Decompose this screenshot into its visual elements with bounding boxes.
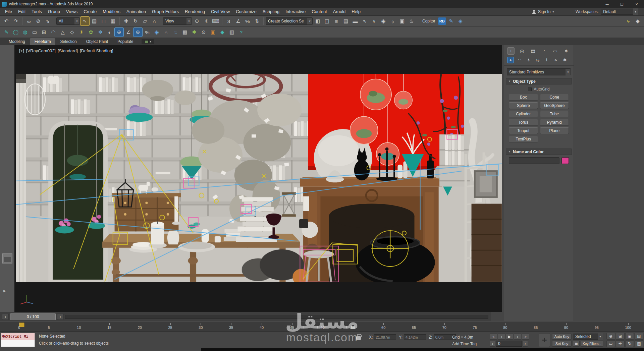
go-to-start-button[interactable]: « [490, 334, 497, 340]
go-to-end-button[interactable]: » [522, 334, 529, 340]
orbit-icon[interactable]: ↻ [625, 340, 634, 347]
cylinder-button[interactable]: Cylinder [509, 111, 538, 117]
render-region-icon[interactable]: ▣ [209, 28, 217, 37]
space-warps-category-icon[interactable]: ≈ [553, 57, 559, 63]
redo-icon[interactable]: ↷ [11, 17, 20, 25]
copitor-button[interactable]: Copitor [420, 19, 437, 23]
shading-icon[interactable]: ◐ [105, 28, 114, 37]
viewport-label-segment[interactable]: [+] [19, 48, 24, 53]
time-slider-track[interactable] [65, 315, 488, 319]
spinner-snap-toggle-icon[interactable]: ⇅ [253, 17, 261, 25]
window-crossing-icon[interactable]: ▦ [109, 17, 117, 25]
rectangular-selection-region-icon[interactable]: ◻ [99, 17, 108, 25]
display-panel-tab-icon[interactable]: ▭ [552, 48, 558, 54]
hierarchy-panel-tab-icon[interactable]: ▤ [530, 48, 536, 54]
torus-button[interactable]: Torus [509, 119, 538, 126]
maximize-viewport-toggle-icon[interactable]: ▦ [635, 340, 643, 347]
plane-button[interactable]: Plane [540, 127, 569, 134]
light-tool-icon[interactable]: ☀ [77, 28, 86, 37]
bind-to-space-warp-icon[interactable]: ⇘ [43, 17, 52, 25]
reference-coordinate-dropdown[interactable]: View [163, 17, 192, 25]
minimize-button[interactable]: ─ [600, 0, 614, 8]
viewport[interactable]: [+][VRayCam002][Standard][Default Shadin… [14, 45, 502, 312]
percent-snap-icon[interactable]: % [143, 28, 152, 37]
viewport-label-segment[interactable]: [Default Shading] [80, 48, 113, 53]
toggle-layer-explorer-icon[interactable]: ▬ [351, 17, 360, 25]
helpers-category-icon[interactable]: ✛ [544, 57, 550, 63]
select-and-place-icon[interactable]: ⌂ [150, 17, 159, 25]
render-setup-icon[interactable]: ☼ [388, 17, 397, 25]
utilities-panel-tab-icon[interactable]: ✶ [563, 48, 570, 54]
menu-scripting[interactable]: Scripting [260, 8, 283, 15]
y-coordinate-field[interactable]: 4.142m [404, 334, 426, 340]
menu-help[interactable]: Help [348, 8, 364, 15]
x-coordinate-field[interactable]: 21.087m [374, 334, 396, 340]
pyramid-button[interactable]: Pyramid [540, 119, 569, 126]
zoom-all-icon[interactable]: ⊞ [616, 333, 625, 340]
modify-panel-tab-icon[interactable]: ◎ [519, 48, 525, 54]
frame-increment-button[interactable]: › [523, 341, 528, 347]
select-object-icon[interactable]: ↖ [80, 17, 89, 25]
maxscript-mini-listener[interactable]: MAXScript Mi [1, 333, 35, 347]
key-mode-toggle-icon[interactable]: ▦ [573, 341, 580, 347]
selection-lock-icon[interactable] [356, 336, 361, 340]
snow-tool-icon[interactable]: ❄ [96, 28, 105, 37]
lights-category-icon[interactable]: ☀ [526, 57, 532, 63]
menu-interactive[interactable]: Interactive [282, 8, 309, 15]
help-icon[interactable]: ? [237, 28, 246, 37]
autogrid-checkbox[interactable] [528, 87, 532, 91]
next-frame-button[interactable]: › [514, 334, 521, 340]
menu-civil-view[interactable]: Civil View [208, 8, 233, 15]
close-button[interactable]: × [629, 0, 644, 8]
auto-key-button[interactable]: Auto Key [552, 334, 572, 340]
select-and-move-icon[interactable]: ✚ [122, 17, 130, 25]
previous-frame-arrow[interactable]: ‹ [2, 314, 9, 320]
rendered-frame-window-icon[interactable]: ▣ [398, 17, 407, 25]
pan-icon[interactable]: ✛ [616, 340, 625, 347]
key-selection-dropdown[interactable]: Selected [573, 334, 603, 340]
target-icon[interactable]: ⊙ [199, 28, 208, 37]
foliage-tool-icon[interactable]: ✿ [87, 28, 95, 37]
material-editor-icon[interactable]: ◉ [379, 17, 388, 25]
material-ball-icon[interactable]: ◉ [152, 28, 161, 37]
cone-button[interactable]: Cone [540, 94, 569, 101]
use-pivot-point-center-icon[interactable]: ⊙ [193, 17, 201, 25]
menu-rendering[interactable]: Rendering [182, 8, 208, 15]
snap-2d-icon[interactable]: ⊕ [115, 28, 123, 37]
angle-snap-toggle-icon[interactable]: ∠ [234, 17, 243, 25]
tab-populate[interactable]: Populate [113, 38, 138, 45]
align-icon[interactable]: ≡ [332, 17, 341, 25]
viewport-canvas[interactable] [16, 74, 502, 282]
home-grid-icon[interactable]: ⌂ [162, 28, 170, 37]
selection-filter-dropdown[interactable]: All [56, 17, 80, 25]
dock-expand-arrow-icon[interactable]: ▶ [3, 289, 6, 293]
time-slider-handle[interactable]: 0 / 100 [10, 313, 56, 320]
maximize-button[interactable]: □ [614, 0, 629, 8]
object-color-swatch[interactable] [561, 157, 569, 164]
draw-tool-icon[interactable]: ✎ [2, 28, 11, 37]
mini-floater[interactable] [2, 253, 12, 264]
box-tool-icon[interactable]: ⊞ [40, 28, 48, 37]
workspace-dropdown[interactable]: Default [601, 9, 638, 15]
select-and-manipulate-icon[interactable]: ✳ [202, 17, 211, 25]
menu-animation[interactable]: Animation [123, 8, 149, 15]
ribbon-more-tab[interactable]: ▾ [142, 39, 154, 44]
menu-modifiers[interactable]: Modifiers [100, 8, 123, 15]
render-production-icon[interactable]: ♨ [407, 17, 416, 25]
previous-frame-button[interactable]: ‹ [498, 334, 505, 340]
menu-tools[interactable]: Tools [29, 8, 45, 15]
viewport-label-segment[interactable]: [Standard] [58, 48, 78, 53]
percent-snap-toggle-icon[interactable]: % [243, 17, 252, 25]
menu-views[interactable]: Views [63, 8, 80, 15]
geometry-category-icon[interactable]: ● [507, 57, 514, 63]
menu-arnold[interactable]: Arnold [330, 8, 349, 15]
maxscript-macro-pane[interactable]: MAXScript Mi [1, 333, 35, 340]
system-icon[interactable]: ✱ [190, 28, 199, 37]
arc-tool-icon[interactable]: ◠ [49, 28, 58, 37]
select-and-link-icon[interactable]: ∞ [24, 17, 33, 25]
viewport-label-segment[interactable]: [VRayCam002] [26, 48, 56, 53]
lightning-icon[interactable]: ϟ [624, 17, 633, 25]
curve-editor-icon[interactable]: ∿ [360, 17, 369, 25]
mirror-icon[interactable]: ◫ [323, 17, 331, 25]
tab-object-paint[interactable]: Object Paint [82, 38, 113, 45]
